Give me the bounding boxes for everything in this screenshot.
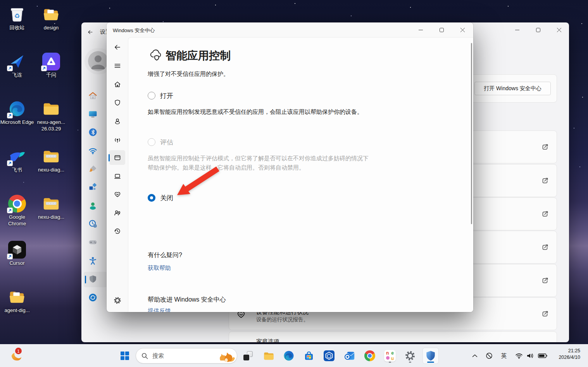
nav-home-icon[interactable] [109,77,125,92]
settings-gear-icon[interactable] [109,293,125,308]
radio-off[interactable] [148,194,155,202]
zip-folder-icon [42,147,60,165]
external-link-icon [541,277,549,285]
external-link-icon [541,310,549,318]
close-button[interactable] [550,22,568,37]
sidebar-item-system[interactable] [88,110,97,118]
page-title: 智能应用控制 [166,48,231,63]
search-fox-image [215,348,235,363]
tray-chevron-up-icon[interactable] [470,347,479,364]
nav-family-options-icon[interactable] [109,206,125,220]
sidebar-item-apps[interactable] [88,183,97,192]
back-icon[interactable] [87,29,93,35]
close-button[interactable] [454,22,471,37]
nav-account-protection-icon[interactable] [109,114,125,129]
desktop-icon-qianwen[interactable]: 千问 [34,53,68,79]
external-link-icon [541,143,549,151]
minimize-button[interactable] [412,22,429,37]
security-sidebar [107,37,128,312]
open-windows-security-button[interactable]: 打开 Windows 安全中心 [474,82,551,95]
desktop-icon-label: nexu-diag... [34,167,68,173]
cursor-icon [8,241,26,259]
desktop-icon-nexu-diag-zip2[interactable]: nexu-diag... [34,195,68,221]
file-explorer-icon[interactable] [261,348,276,364]
tray-wifi-icon[interactable] [514,347,524,364]
sidebar-item-home[interactable] [88,91,97,100]
start-button[interactable] [117,348,133,364]
sidebar-item-time-language[interactable] [88,220,97,228]
chrome-taskbar-icon[interactable] [362,348,378,364]
radio-evaluate[interactable] [148,138,155,146]
chrome-icon [8,195,26,213]
edge-taskbar-icon[interactable] [281,348,297,364]
desktop-icon-feishu[interactable]: 飞书 [0,147,34,173]
nexu-app-icon[interactable]: n e u [382,348,398,364]
settings-taskbar-icon[interactable] [402,348,418,364]
sidebar-item-accessibility[interactable] [88,256,97,265]
desktop-icon-cursor[interactable]: Cursor [0,241,34,267]
sidebar-item-personalization[interactable] [88,165,97,173]
desktop-icon-label: 飞连 [0,72,34,79]
nav-app-browser-control-icon[interactable] [109,150,125,165]
family-options-title: 家庭选项 [256,338,279,342]
sidebar-item-privacy-security[interactable] [88,274,97,283]
desktop-icon-nexu-diag-zip1[interactable]: nexu-diag... [34,147,68,173]
nav-virus-protection-icon[interactable] [109,95,125,110]
desktop-icon-recycle-bin[interactable]: ♻ 回收站 [0,5,34,31]
sidebar-item-network[interactable] [88,146,97,155]
radio-on[interactable] [148,92,155,99]
external-link-icon [541,210,549,218]
notification-badge: 1 [14,347,22,355]
dev-cube-app-icon[interactable] [321,348,337,364]
tray-volume-icon[interactable] [526,347,535,364]
feedback-link[interactable]: 提供反馈 [148,307,171,312]
shortcut-arrow-icon [7,254,13,259]
get-help-link[interactable]: 获取帮助 [148,264,171,272]
desktop-icon-chrome[interactable]: Google Chrome [0,195,34,227]
nav-device-security-icon[interactable] [109,169,125,184]
desktop-icon-label: Cursor [0,260,34,267]
avatar[interactable] [88,51,108,71]
sidebar-item-gaming[interactable] [88,238,97,247]
feilian-icon [8,53,26,70]
nav-protection-history-icon[interactable] [109,224,125,238]
outlook-icon[interactable] [342,348,357,364]
minimize-button[interactable] [508,22,526,37]
nav-firewall-network-icon[interactable] [109,132,125,147]
maximize-button[interactable] [433,22,450,37]
page-subtitle: 增强了对不受信任应用的保护。 [148,70,229,78]
selected-indicator [109,154,110,161]
maximize-button[interactable] [529,22,547,37]
desktop-icon-agent-dig[interactable]: agent-dig... [0,288,34,314]
desktop-icon-edge[interactable]: Microsoft Edge [0,100,34,126]
open-folder-icon [8,288,26,306]
clock[interactable]: 21:25 2026/4/10 [545,348,580,361]
menu-button[interactable] [109,58,125,73]
external-link-icon [541,177,549,185]
tray-ime-indicator[interactable]: 英 [499,347,509,364]
desktop-icon-design[interactable]: design [34,5,68,31]
security-window-title: Windows 安全中心 [113,27,155,34]
open-folder-icon [42,5,60,23]
desktop-icon-nexu-agen-folder[interactable]: nexu-agen... 26.03.29 [34,100,68,132]
sidebar-item-windows-update[interactable] [88,293,97,302]
scrollbar[interactable] [471,43,472,224]
desktop-icon-feilian[interactable]: 飞连 [0,53,34,79]
nav-device-health-icon[interactable] [109,187,125,202]
family-options-card[interactable]: 家庭选项 [229,331,557,342]
microsoft-store-icon[interactable] [301,348,317,364]
task-view-button[interactable] [240,348,256,364]
improve-heading: 帮助改进 Windows 安全中心 [148,296,226,304]
wallpaper-stars [0,0,1,1]
shortcut-arrow-icon [7,65,13,71]
radio-on-label: 打开 [160,91,173,100]
back-button[interactable] [109,40,125,55]
search-box[interactable]: 搜索 [136,348,237,364]
desktop-icon-label: agent-dig... [0,307,34,314]
shortcut-arrow-icon [7,113,13,118]
windows-security-taskbar-icon[interactable] [423,348,438,364]
folder-icon [42,100,60,118]
tray-dnd-off-icon[interactable] [485,347,494,364]
sidebar-item-accounts[interactable] [88,201,97,210]
sidebar-item-bluetooth[interactable] [88,128,97,137]
